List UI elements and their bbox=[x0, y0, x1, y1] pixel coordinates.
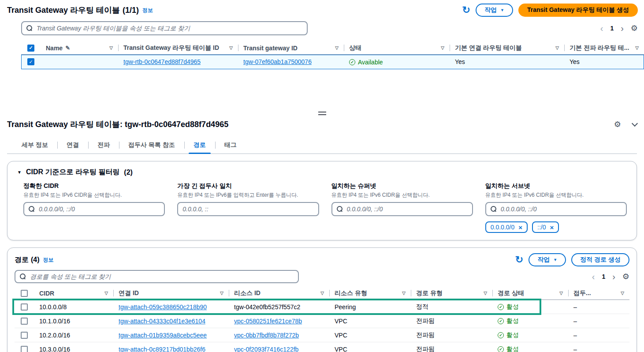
resource-id-link[interactable]: vpc-0580251fe621ce78b bbox=[234, 318, 302, 325]
filter-icon[interactable]: ▽ bbox=[621, 291, 624, 296]
split-panel-divider[interactable] bbox=[0, 111, 644, 116]
collapse-chevron-down-icon[interactable] bbox=[632, 120, 638, 126]
select-all-checkbox[interactable] bbox=[21, 290, 28, 297]
longest-prefix-input[interactable] bbox=[182, 206, 313, 213]
supernet-input[interactable] bbox=[347, 206, 468, 213]
column-header-route-table-id[interactable]: Transit Gateway 라우팅 테이블 ID ▽ bbox=[118, 41, 238, 54]
filter-chip[interactable]: ::/0 × bbox=[532, 221, 559, 233]
expand-caret-icon: ▼ bbox=[17, 170, 22, 175]
status-badge: ✓활성 bbox=[498, 345, 519, 352]
table-row[interactable]: ✓ tgw-rtb-0c0647ed88f7d4965 tgw-07ef60ab… bbox=[21, 55, 644, 69]
route-table-id-link[interactable]: tgw-rtb-0c0647ed88f7d4965 bbox=[123, 58, 201, 65]
route-row[interactable]: 10.2.0.0/16 tgw-attach-01b9359a8cebc5eee… bbox=[15, 328, 629, 342]
route-row[interactable]: 10.0.0.0/8 tgw-attach-059c388650c218b90 … bbox=[15, 300, 629, 314]
cidr-filter-expander[interactable]: ▼ CIDR 기준으로 라우팅 필터링 (2) bbox=[17, 168, 627, 177]
actions-dropdown-button[interactable]: 작업 ▼ bbox=[476, 4, 513, 17]
transit-gateway-id-link[interactable]: tgw-07ef60ab1a7500076 bbox=[243, 58, 312, 65]
prev-page-icon[interactable]: ‹ bbox=[600, 24, 603, 33]
search-icon bbox=[26, 25, 33, 31]
column-header-default-association[interactable]: 기본 연결 라우팅 테이블 ▽ bbox=[450, 41, 564, 54]
next-page-icon[interactable]: › bbox=[621, 24, 624, 33]
tab-associations[interactable]: 연결 bbox=[57, 137, 88, 154]
cidr-filter-title: CIDR 기준으로 라우팅 필터링 bbox=[26, 168, 119, 177]
resource-id-link[interactable]: vpc-0f2093f7416c122fb bbox=[234, 346, 298, 352]
filter-icon[interactable]: ▽ bbox=[320, 291, 324, 296]
close-icon[interactable]: × bbox=[518, 224, 522, 231]
row-checkbox[interactable] bbox=[21, 303, 28, 311]
drag-handle-icon[interactable] bbox=[318, 112, 326, 115]
column-header-state[interactable]: 상태 ▽ bbox=[344, 41, 450, 54]
routes-settings-gear-icon[interactable]: ⚙ bbox=[622, 273, 629, 281]
exact-cidr-input[interactable] bbox=[39, 206, 160, 213]
filter-chip[interactable]: 0.0.0.0/0 × bbox=[485, 221, 528, 233]
attachment-id-link[interactable]: tgw-attach-01b9359a8cebc5eee bbox=[119, 332, 207, 339]
chevron-down-icon: ▼ bbox=[500, 8, 504, 12]
tab-tags[interactable]: 태그 bbox=[215, 137, 246, 154]
row-checkbox[interactable]: ✓ bbox=[27, 58, 34, 65]
attachment-id-link[interactable]: tgw-attach-04333c04f1e3e6104 bbox=[119, 318, 205, 325]
column-header-default-propagation[interactable]: 기본 전파 라우팅 테... ▽ bbox=[564, 41, 644, 54]
next-page-icon[interactable]: › bbox=[612, 272, 615, 281]
column-header-route-type[interactable]: 경로 유형 ▽ bbox=[411, 287, 492, 300]
route-row[interactable]: 10.3.0.0/16 tgw-attach-0c89217bd01bb26f6… bbox=[15, 342, 629, 352]
filter-icon[interactable]: ▽ bbox=[104, 291, 108, 296]
column-header-transit-gateway-id[interactable]: Transit gateway ID ▽ bbox=[238, 41, 344, 54]
tab-routes[interactable]: 경로 bbox=[184, 137, 215, 154]
route-row[interactable]: 10.1.0.0/16 tgw-attach-04333c04f1e3e6104… bbox=[15, 314, 629, 328]
routes-table: CIDR ▽ 연결 ID ▽ 리소스 ID ▽ 리소스 유형 ▽ 경로 유형 bbox=[15, 287, 629, 352]
column-header-attachment-id[interactable]: 연결 ID ▽ bbox=[113, 287, 229, 300]
info-link[interactable]: 정보 bbox=[142, 7, 153, 14]
prev-page-icon[interactable]: ‹ bbox=[592, 272, 595, 281]
row-checkbox[interactable] bbox=[21, 346, 28, 352]
filter-icon[interactable]: ▽ bbox=[335, 45, 339, 50]
select-all-checkbox[interactable]: ✓ bbox=[27, 45, 34, 52]
column-header-route-state[interactable]: 경로 상태 ▽ bbox=[492, 287, 568, 300]
column-header-resource-type[interactable]: 리소스 유형 ▽ bbox=[329, 287, 411, 300]
filter-icon[interactable]: ▽ bbox=[484, 291, 487, 296]
filter-icon[interactable]: ▽ bbox=[441, 45, 444, 50]
refresh-icon[interactable]: ↻ bbox=[515, 255, 523, 265]
filter-icon[interactable]: ▽ bbox=[402, 291, 406, 296]
routes-search[interactable] bbox=[15, 270, 299, 283]
route-table-search[interactable] bbox=[21, 21, 308, 35]
attachment-id-link[interactable]: tgw-attach-0c89217bd01bb26f6 bbox=[119, 346, 205, 352]
column-header-name[interactable]: Name ✎ ▽ bbox=[41, 41, 118, 54]
page-number[interactable]: 1 bbox=[610, 25, 614, 32]
attachment-id-link[interactable]: tgw-attach-059c388650c218b90 bbox=[119, 303, 207, 311]
tab-prefix-list-references[interactable]: 접두사 목록 참조 bbox=[119, 137, 184, 154]
route-table-search-input[interactable] bbox=[37, 25, 302, 32]
filter-icon[interactable]: ▽ bbox=[109, 45, 113, 50]
subnet-input[interactable] bbox=[501, 206, 622, 213]
routes-counter: (4) bbox=[31, 256, 40, 264]
row-checkbox[interactable] bbox=[21, 332, 28, 339]
refresh-icon[interactable]: ↻ bbox=[462, 5, 470, 15]
status-badge: ✓활성 bbox=[498, 317, 519, 325]
page-number[interactable]: 1 bbox=[602, 273, 605, 280]
page-title: Transit Gateway 라우팅 테이블 bbox=[7, 5, 120, 15]
detail-settings-gear-icon[interactable]: ⚙ bbox=[614, 120, 621, 128]
resource-id-link[interactable]: vpc-0bb7fbdf8b78f272b bbox=[234, 332, 299, 339]
tab-details[interactable]: 세부 정보 bbox=[12, 137, 57, 154]
column-header-cidr[interactable]: CIDR ▽ bbox=[34, 287, 113, 300]
result-counter: (1/1) bbox=[123, 6, 139, 15]
create-route-table-button[interactable]: Transit Gateway 라우팅 테이블 생성 bbox=[518, 4, 638, 17]
cell-cidr: 10.0.0.0/8 bbox=[34, 303, 113, 311]
column-header-resource-id[interactable]: 리소스 ID ▽ bbox=[229, 287, 329, 300]
filter-icon[interactable]: ▽ bbox=[559, 291, 563, 296]
filter-icon[interactable]: ▽ bbox=[555, 45, 559, 50]
tab-propagations[interactable]: 전파 bbox=[88, 137, 119, 154]
routes-search-input[interactable] bbox=[30, 273, 294, 280]
routes-actions-dropdown-button[interactable]: 작업 ▼ bbox=[529, 253, 566, 266]
filter-icon[interactable]: ▽ bbox=[635, 45, 639, 50]
cell-prefix: – bbox=[568, 303, 629, 311]
filter-icon[interactable]: ▽ bbox=[220, 291, 223, 296]
list-pagination: ‹ 1 › ⚙ bbox=[600, 24, 638, 33]
filter-icon[interactable]: ▽ bbox=[229, 45, 233, 50]
cell-route-type: 전파됨 bbox=[411, 345, 492, 352]
list-settings-gear-icon[interactable]: ⚙ bbox=[631, 24, 638, 32]
column-header-prefix[interactable]: 접두... ▽ bbox=[568, 287, 629, 300]
row-checkbox[interactable] bbox=[21, 318, 28, 325]
create-static-route-button[interactable]: 정적 경로 생성 bbox=[571, 253, 629, 266]
close-icon[interactable]: × bbox=[550, 224, 554, 231]
info-link[interactable]: 정보 bbox=[43, 256, 54, 264]
